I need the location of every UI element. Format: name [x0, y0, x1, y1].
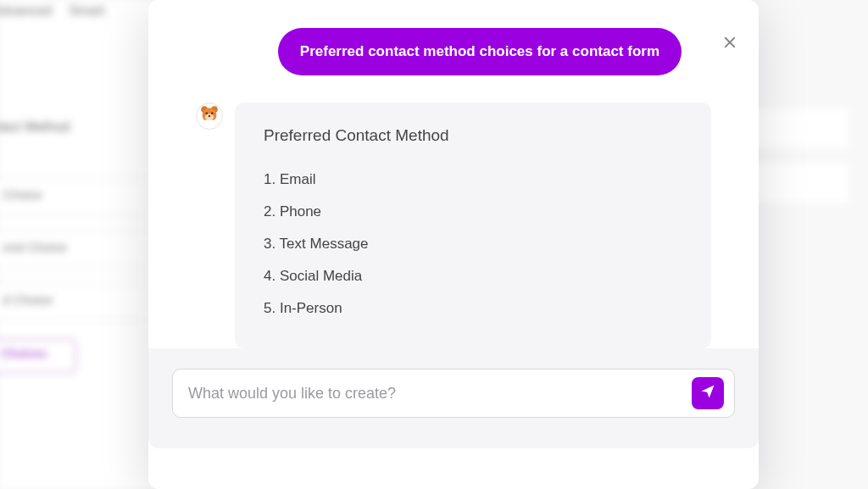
assistant-response-list: Email Phone Text Message Social Media In…: [264, 164, 682, 325]
assistant-message-bubble: Preferred Contact Method Email Phone Tex…: [235, 103, 711, 348]
assistant-avatar: [196, 103, 223, 130]
user-message-bubble: Preferred contact method choices for a c…: [278, 28, 682, 75]
svg-point-8: [209, 115, 211, 117]
list-item: Email: [264, 164, 682, 196]
assistant-response-title: Preferred Contact Method: [264, 126, 682, 145]
composer: [172, 369, 735, 418]
chat-input[interactable]: [188, 385, 692, 403]
svg-point-5: [205, 114, 214, 120]
bear-mascot-icon: [198, 103, 220, 129]
chat-area: Preferred contact method choices for a c…: [172, 21, 735, 348]
assistant-message-row: Preferred Contact Method Email Phone Tex…: [196, 103, 711, 348]
svg-rect-9: [204, 120, 215, 125]
user-message-row: Preferred contact method choices for a c…: [196, 28, 711, 75]
svg-point-6: [206, 113, 208, 114]
svg-point-7: [211, 113, 213, 114]
list-item: In-Person: [264, 292, 682, 325]
ai-chat-modal: Preferred contact method choices for a c…: [148, 0, 759, 489]
send-icon: [699, 383, 716, 403]
list-item: Phone: [264, 196, 682, 228]
list-item: Text Message: [264, 228, 682, 260]
send-button[interactable]: [692, 377, 724, 409]
composer-area: [148, 348, 759, 448]
list-item: Social Media: [264, 260, 682, 292]
